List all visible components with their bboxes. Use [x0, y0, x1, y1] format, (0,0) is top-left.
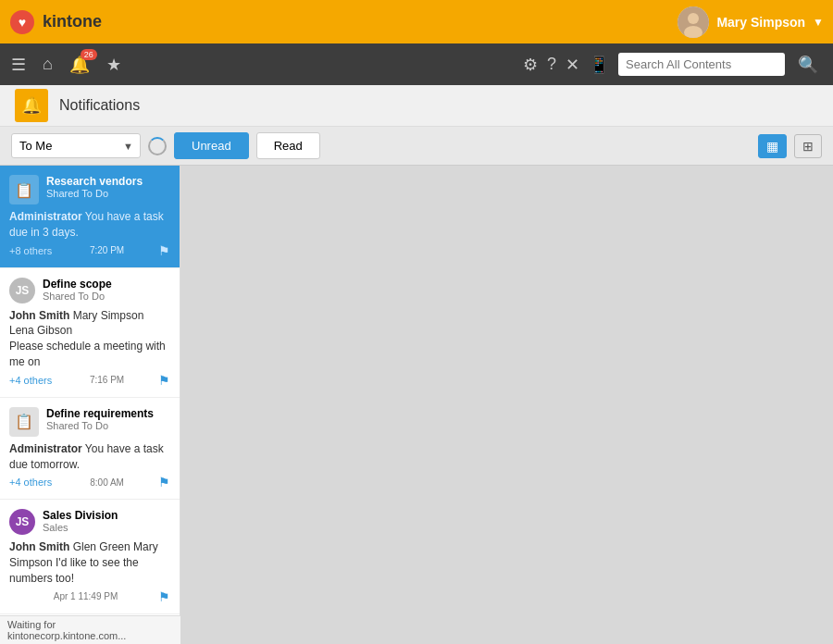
item-sender: John Smith: [9, 540, 69, 553]
notification-icon[interactable]: 🔔 26: [69, 55, 90, 75]
list-item[interactable]: 📋 Define requirements Shared To Do Admin…: [0, 398, 180, 501]
item-subtitle: Sales: [43, 522, 170, 533]
nav-bar: ☰ ⌂ 🔔 26 ★ ⚙ ? ✕ 📱 🔍: [0, 43, 833, 85]
read-tab[interactable]: Read: [256, 132, 320, 159]
notification-list: 📋 Research vendors Shared To Do Administ…: [0, 166, 180, 644]
help-icon[interactable]: ?: [547, 55, 556, 74]
flag-icon[interactable]: ⚑: [158, 475, 170, 489]
avatar: [678, 6, 709, 38]
status-text: Waiting for kintonecorp.kintone.com...: [7, 619, 126, 641]
notifications-title: Notifications: [59, 97, 140, 114]
search-input[interactable]: [618, 53, 785, 76]
nav-left: ☰ ⌂ 🔔 26 ★: [11, 55, 121, 75]
detail-panel: [180, 166, 833, 644]
bell-icon: 🔔: [15, 89, 48, 122]
logo-area: ♥ kintone: [9, 9, 102, 35]
notifications-header: 🔔 Notifications: [0, 85, 833, 127]
filter-dropdown[interactable]: To Me From Me All: [11, 133, 141, 158]
item-sender: Administrator: [9, 210, 82, 223]
mobile-icon[interactable]: 📱: [589, 55, 609, 75]
status-bar: Waiting for kintonecorp.kintone.com...: [0, 615, 180, 644]
settings-icon[interactable]: ⚙: [523, 55, 538, 75]
flag-icon[interactable]: ⚑: [158, 589, 170, 604]
item-title: Research vendors: [46, 175, 170, 188]
filter-dropdown-wrapper: To Me From Me All ▼: [11, 133, 141, 158]
avatar: JS: [9, 509, 35, 535]
item-others: +4 others: [9, 477, 52, 488]
flag-icon[interactable]: ⚑: [158, 243, 170, 258]
top-header: ♥ kintone Mary Simpson ▼: [0, 0, 833, 43]
item-others: +8 others: [9, 245, 52, 256]
list-item[interactable]: JS Sales Division Sales John Smith Glen …: [0, 500, 180, 613]
item-subtitle: Shared To Do: [43, 291, 170, 302]
nav-right: ⚙ ? ✕ 📱 🔍: [523, 53, 822, 76]
item-sender: Administrator: [9, 442, 82, 455]
logo-text: kintone: [43, 12, 102, 31]
loading-spinner: [148, 137, 167, 155]
item-time: 8:00 AM: [90, 477, 124, 488]
item-time: Apr 1 11:49 PM: [54, 591, 118, 601]
chevron-down-icon: ▼: [813, 16, 824, 29]
list-view-button[interactable]: ▦: [758, 134, 787, 158]
user-name: Mary Simpson: [716, 15, 805, 30]
star-icon[interactable]: ★: [106, 55, 121, 75]
app-icon: 📋: [9, 407, 39, 437]
notification-badge: 26: [81, 49, 97, 60]
item-title: Sales Division: [43, 509, 170, 522]
list-item[interactable]: 📋 Research vendors Shared To Do Administ…: [0, 166, 180, 268]
grid-view-button[interactable]: ⊞: [794, 134, 822, 158]
filter-right: ▦ ⊞: [758, 134, 822, 158]
home-icon[interactable]: ⌂: [43, 55, 53, 74]
item-others: +4 others: [9, 375, 52, 386]
item-subtitle: Shared To Do: [46, 188, 170, 199]
list-item[interactable]: JS Define scope Shared To Do John Smith …: [0, 268, 180, 398]
avatar: JS: [9, 278, 35, 303]
app-icon: 📋: [9, 175, 39, 204]
item-title: Define scope: [43, 278, 170, 291]
item-time: 7:16 PM: [90, 375, 124, 385]
item-title: Define requirements: [46, 407, 170, 420]
filter-bar: To Me From Me All ▼ Unread Read ▦ ⊞: [0, 127, 833, 166]
item-preview: Please schedule a meeting with me on: [9, 340, 166, 368]
svg-text:♥: ♥: [19, 15, 26, 30]
logo-icon: ♥: [9, 9, 35, 35]
close-icon[interactable]: ✕: [566, 55, 579, 75]
flag-icon[interactable]: ⚑: [158, 373, 170, 388]
user-area[interactable]: Mary Simpson ▼: [678, 6, 824, 38]
svg-point-3: [688, 13, 699, 24]
menu-icon[interactable]: ☰: [11, 55, 26, 75]
item-subtitle: Shared To Do: [46, 420, 170, 431]
unread-tab[interactable]: Unread: [174, 132, 249, 159]
search-button[interactable]: 🔍: [794, 55, 822, 75]
item-time: 7:20 PM: [90, 245, 124, 255]
item-sender: John Smith: [9, 309, 69, 322]
filter-left: To Me From Me All ▼ Unread Read: [11, 132, 320, 159]
main-content: 📋 Research vendors Shared To Do Administ…: [0, 166, 833, 644]
